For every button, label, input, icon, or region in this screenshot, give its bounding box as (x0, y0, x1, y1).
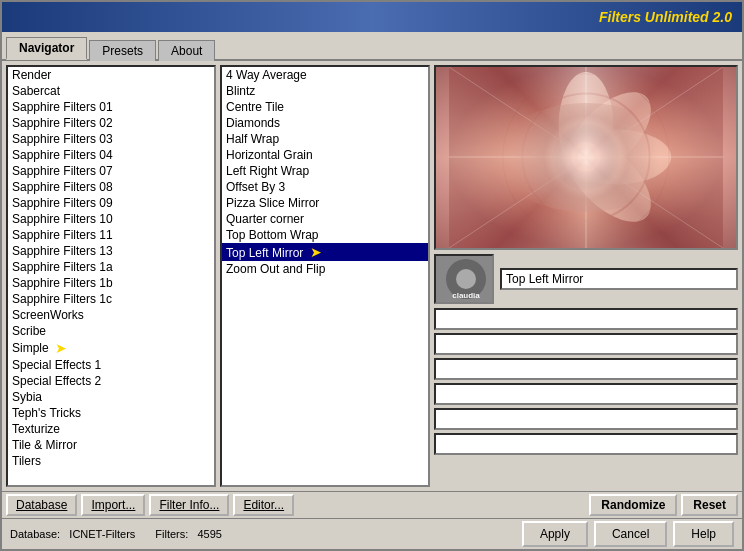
main-content: Render Sabercat Sapphire Filters 01 Sapp… (2, 61, 742, 491)
filter-list-item[interactable]: 4 Way Average (222, 67, 428, 83)
reset-button[interactable]: Reset (681, 494, 738, 516)
filter-info-button[interactable]: Filter Info... (149, 494, 229, 516)
tab-presets[interactable]: Presets (89, 40, 156, 61)
filter-list-item[interactable]: Half Wrap (222, 131, 428, 147)
svg-point-12 (522, 93, 649, 220)
list-item[interactable]: Sybia (8, 389, 214, 405)
svg-point-1 (559, 72, 614, 180)
settings-rows (434, 308, 738, 487)
settings-row-3 (434, 358, 738, 380)
filter-thumbnail: claudia (434, 254, 494, 304)
filter-list-item[interactable]: Horizontal Grain (222, 147, 428, 163)
middle-panel: 4 Way Average Blintz Centre Tile Diamond… (220, 65, 430, 487)
filters-status: Filters: 4595 (155, 528, 222, 540)
import-button[interactable]: Import... (81, 494, 145, 516)
svg-point-3 (563, 130, 671, 185)
list-item[interactable]: Sapphire Filters 10 (8, 211, 214, 227)
list-item[interactable]: Sapphire Filters 1b (8, 275, 214, 291)
svg-point-4 (551, 122, 666, 237)
list-item[interactable]: Special Effects 1 (8, 357, 214, 373)
svg-rect-0 (449, 67, 723, 248)
filter-list-item[interactable]: Centre Tile (222, 99, 428, 115)
filters-label: Filters: (155, 528, 188, 540)
filter-name-display: Top Left Mirror (500, 268, 738, 290)
list-item[interactable]: Sapphire Filters 02 (8, 115, 214, 131)
database-value: ICNET-Filters (69, 528, 135, 540)
svg-point-11 (578, 149, 594, 165)
svg-text:claudia: claudia (452, 291, 480, 300)
list-item[interactable]: Tile & Mirror (8, 437, 214, 453)
randomize-button[interactable]: Randomize (589, 494, 677, 516)
database-label: Database: (10, 528, 60, 540)
list-item[interactable]: Teph's Tricks (8, 405, 214, 421)
list-item[interactable]: Sapphire Filters 09 (8, 195, 214, 211)
list-item[interactable]: Scribe (8, 323, 214, 339)
list-item[interactable]: Simple ➤ (8, 339, 214, 357)
info-panel: claudia Top Left Mirror (434, 254, 738, 304)
tab-navigator[interactable]: Navigator (6, 37, 87, 60)
list-item[interactable]: Sabercat (8, 83, 214, 99)
svg-point-13 (503, 74, 669, 240)
category-list[interactable]: Render Sabercat Sapphire Filters 01 Sapp… (8, 67, 214, 485)
filter-list-item[interactable]: Left Right Wrap (222, 163, 428, 179)
status-bar: Database: ICNET-Filters Filters: 4595 Ap… (2, 518, 742, 549)
list-item[interactable]: Sapphire Filters 01 (8, 99, 214, 115)
thumbnail-art: claudia (436, 256, 492, 302)
title-bar-text: Filters Unlimited 2.0 (599, 9, 732, 25)
filter-list-item[interactable]: Blintz (222, 83, 428, 99)
editor-button[interactable]: Editor... (233, 494, 294, 516)
bottom-toolbar: Database Import... Filter Info... Editor… (2, 491, 742, 518)
cancel-button[interactable]: Cancel (594, 521, 667, 547)
list-item[interactable]: Sapphire Filters 11 (8, 227, 214, 243)
main-window: Filters Unlimited 2.0 Navigator Presets … (0, 0, 744, 551)
svg-point-2 (551, 77, 666, 192)
settings-row-1 (434, 308, 738, 330)
svg-point-16 (456, 269, 476, 289)
help-button[interactable]: Help (673, 521, 734, 547)
svg-line-8 (449, 67, 723, 248)
settings-row-4 (434, 383, 738, 405)
database-button[interactable]: Database (6, 494, 77, 516)
list-item[interactable]: Sapphire Filters 1c (8, 291, 214, 307)
filter-list-item[interactable]: Diamonds (222, 115, 428, 131)
list-item[interactable]: Sapphire Filters 04 (8, 147, 214, 163)
list-item[interactable]: Sapphire Filters 07 (8, 163, 214, 179)
right-panel: claudia Top Left Mirror (434, 65, 738, 487)
filters-value: 4595 (198, 528, 222, 540)
svg-line-7 (449, 67, 723, 248)
settings-row-6 (434, 433, 738, 455)
list-item[interactable]: Special Effects 2 (8, 373, 214, 389)
settings-row-2 (434, 333, 738, 355)
list-item[interactable]: ScreenWorks (8, 307, 214, 323)
tab-bar: Navigator Presets About (2, 32, 742, 61)
list-item[interactable]: Sapphire Filters 03 (8, 131, 214, 147)
filter-list-item[interactable]: Zoom Out and Flip (222, 261, 428, 277)
left-panel: Render Sabercat Sapphire Filters 01 Sapp… (6, 65, 216, 487)
tab-about[interactable]: About (158, 40, 215, 61)
list-item[interactable]: Sapphire Filters 1a (8, 259, 214, 275)
list-item[interactable]: Tilers (8, 453, 214, 469)
filter-list-item[interactable]: Offset By 3 (222, 179, 428, 195)
title-bar: Filters Unlimited 2.0 (2, 2, 742, 32)
list-item[interactable]: Sapphire Filters 08 (8, 179, 214, 195)
svg-point-10 (571, 142, 600, 171)
filter-list-item[interactable]: Top Bottom Wrap (222, 227, 428, 243)
preview-art (436, 67, 736, 248)
svg-point-9 (552, 123, 620, 191)
apply-button[interactable]: Apply (522, 521, 588, 547)
preview-image (434, 65, 738, 250)
list-item[interactable]: Render (8, 67, 214, 83)
action-buttons: Apply Cancel Help (522, 521, 734, 547)
filter-list[interactable]: 4 Way Average Blintz Centre Tile Diamond… (222, 67, 428, 485)
filter-list-item-selected[interactable]: Top Left Mirror ➤ (222, 243, 428, 261)
list-item[interactable]: Texturize (8, 421, 214, 437)
settings-row-5 (434, 408, 738, 430)
database-status: Database: ICNET-Filters (10, 528, 135, 540)
list-item[interactable]: Sapphire Filters 13 (8, 243, 214, 259)
filter-list-item[interactable]: Pizza Slice Mirror (222, 195, 428, 211)
filter-list-item[interactable]: Quarter corner (222, 211, 428, 227)
